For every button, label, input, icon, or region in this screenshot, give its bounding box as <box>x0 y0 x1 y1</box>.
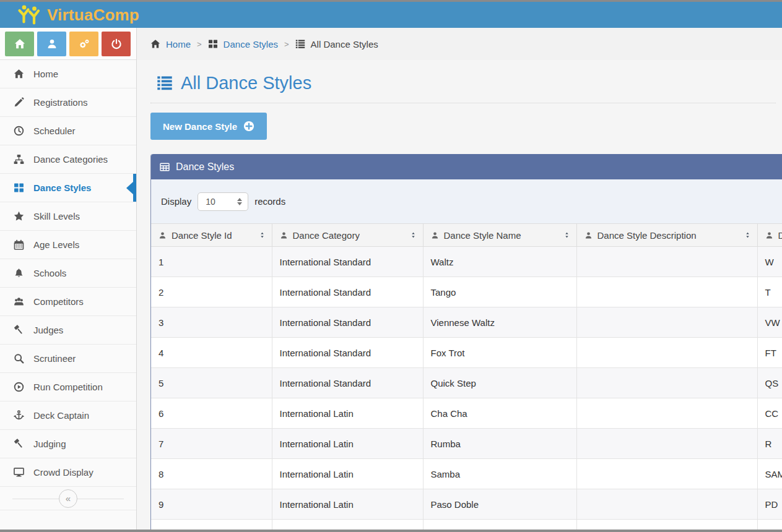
sidebar-item-deck-captain[interactable]: Deck Captain <box>0 401 136 430</box>
clock-icon <box>14 126 24 136</box>
sort-icon <box>259 231 266 239</box>
sidebar-item-dance-styles[interactable]: Dance Styles <box>0 174 136 202</box>
sidebar-item-dance-categories[interactable]: Dance Categories <box>0 145 136 174</box>
grid-icon <box>14 182 24 193</box>
table-row: 2International StandardTangoT <box>151 277 782 307</box>
column-header-dance-style-description[interactable]: Dance Style Description <box>576 224 757 247</box>
sidebar-item-run-competition[interactable]: Run Competition <box>0 373 136 401</box>
cell: T <box>757 277 782 307</box>
app-header: VirtuaComp <box>0 2 782 28</box>
user-button[interactable] <box>37 32 66 56</box>
brand-logo-icon <box>17 5 42 25</box>
column-header-dance-category[interactable]: Dance Category <box>272 224 423 247</box>
cell <box>151 520 272 530</box>
cell: Cha Cha <box>423 398 576 429</box>
home-icon <box>14 38 25 49</box>
sidebar-item-registrations[interactable]: Registrations <box>0 88 136 117</box>
star-icon <box>14 211 24 221</box>
cell: International Standard <box>272 247 423 277</box>
collapse-sidebar-button[interactable]: « <box>59 489 77 508</box>
sidebar-item-scheduler[interactable]: Scheduler <box>0 117 136 145</box>
cell: 2 <box>151 277 272 307</box>
cell: Viennese Waltz <box>423 307 576 338</box>
play-circle-icon <box>14 382 24 392</box>
column-header-dance-style-id[interactable]: Dance Style Id <box>151 224 272 247</box>
cell <box>576 338 757 368</box>
new-dance-style-button[interactable]: New Dance Style <box>150 113 267 140</box>
breadcrumb-item-home[interactable]: Home <box>166 39 191 49</box>
sidebar-menu: HomeRegistrationsSchedulerDance Categori… <box>0 60 136 487</box>
cell: Waltz <box>423 247 576 277</box>
breadcrumb-separator: > <box>284 40 290 49</box>
search-icon <box>14 353 24 364</box>
page-title: All Dance Styles <box>181 73 311 93</box>
records-per-page-select[interactable]: 10 <box>198 192 248 211</box>
cell: International Standard <box>272 368 423 398</box>
sidebar-item-home[interactable]: Home <box>0 60 136 88</box>
calendar-icon <box>14 239 24 250</box>
user-icon <box>765 231 773 239</box>
column-header-dance-style-name[interactable]: Dance Style Name <box>423 224 576 247</box>
sidebar-item-label: Home <box>33 69 58 79</box>
cell: R <box>757 429 782 459</box>
list-icon <box>157 75 173 91</box>
table-row: 5International StandardQuick StepQS <box>151 368 782 398</box>
sidebar-item-competitors[interactable]: Competitors <box>0 288 136 316</box>
sidebar-item-schools[interactable]: Schools <box>0 259 136 288</box>
column-header-label: Dance Style Id <box>172 230 232 241</box>
home-button[interactable] <box>5 32 34 56</box>
sidebar-item-label: Dance Styles <box>33 182 91 193</box>
cell: International Latin <box>272 489 423 520</box>
sidebar-item-scrutineer[interactable]: Scrutineer <box>0 345 136 373</box>
cell <box>757 520 782 530</box>
sort-icon <box>410 231 417 239</box>
sidebar-quick-actions <box>0 28 136 60</box>
settings-button[interactable] <box>69 32 98 56</box>
sidebar-collapse-row: « <box>0 487 136 510</box>
sidebar-item-judging[interactable]: Judging <box>0 430 136 458</box>
panel-title: Dance Styles <box>176 161 234 173</box>
sidebar-item-age-levels[interactable]: Age Levels <box>0 231 136 259</box>
column-header-content: Dance Category <box>280 230 417 241</box>
sort-icon <box>744 231 751 239</box>
power-icon <box>111 38 122 49</box>
cell <box>576 489 757 520</box>
cell: 6 <box>151 398 272 429</box>
column-header-da[interactable]: Da <box>757 224 782 247</box>
user-icon <box>280 231 288 239</box>
list-icon <box>295 39 305 49</box>
cell: International Standard <box>272 307 423 338</box>
page-head: All Dance Styles <box>157 69 782 97</box>
cell: Fox Trot <box>423 338 576 368</box>
sidebar-item-crowd-display[interactable]: Crowd Display <box>0 458 136 487</box>
records-per-page-control: Display 10 records <box>151 179 782 223</box>
table-row <box>151 520 782 530</box>
sidebar-item-label: Crowd Display <box>33 467 93 478</box>
cell <box>576 277 757 307</box>
sidebar-item-judges[interactable]: Judges <box>0 316 136 345</box>
cell: Samba <box>423 459 576 489</box>
cell: CC <box>757 398 782 429</box>
power-button[interactable] <box>102 32 131 56</box>
panel-header: Dance Styles <box>151 154 782 179</box>
table-row: 9International LatinPaso DoblePD <box>151 489 782 520</box>
home-icon <box>14 69 24 79</box>
display-label: Display <box>161 196 191 207</box>
home-icon <box>150 39 160 49</box>
breadcrumb: Home>Dance Styles>All Dance Styles <box>137 28 782 60</box>
cell: 3 <box>151 307 272 338</box>
cell <box>576 247 757 277</box>
column-header-label: Da <box>778 230 782 241</box>
dance-styles-table: Dance Style IdDance CategoryDance Style … <box>151 223 782 530</box>
cell <box>272 520 423 530</box>
sidebar-item-skill-levels[interactable]: Skill Levels <box>0 202 136 231</box>
anchor-icon <box>14 410 24 421</box>
cell: 8 <box>151 459 272 489</box>
cell: International Latin <box>272 459 423 489</box>
sidebar-item-label: Schools <box>33 268 66 278</box>
sidebar-item-label: Scrutineer <box>33 353 76 364</box>
breadcrumb-item-dance-styles[interactable]: Dance Styles <box>224 39 278 49</box>
window-frame-top <box>0 0 782 2</box>
cell: QS <box>757 368 782 398</box>
column-header-content: Dance Style Name <box>431 230 570 241</box>
